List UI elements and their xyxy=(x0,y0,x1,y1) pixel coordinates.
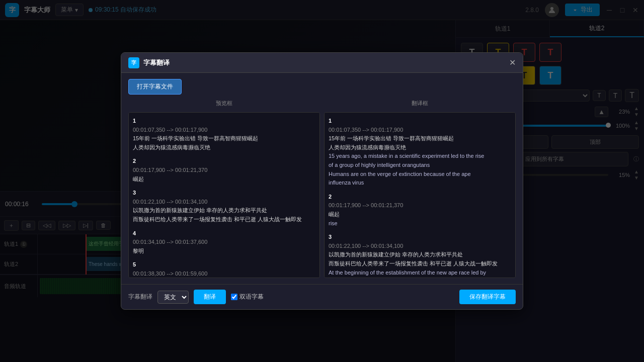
open-file-btn[interactable]: 打开字幕文件 xyxy=(128,79,182,95)
dialog-footer: 字幕翻译 英文 翻译 双语字幕 保存翻译字幕 xyxy=(121,284,523,309)
dialog-title: 字幕翻译 xyxy=(143,58,170,67)
preview-entry-1: 1 00:01:07,350 --> 00:01:17,900 15年前 一场科… xyxy=(133,117,315,152)
bilingual-checkbox[interactable] xyxy=(231,294,237,300)
dialog-panels: 1 00:01:07,350 --> 00:01:17,900 15年前 一场科… xyxy=(128,112,516,278)
preview-entry-2: 2 00:01:17,900 --> 00:01:21,370 崛起 xyxy=(133,157,315,184)
lang-select[interactable]: 英文 xyxy=(157,291,189,304)
preview-entry-4: 4 00:01:34,100 --> 00:01:37,600 黎明 xyxy=(133,229,315,256)
translate-entry-2: 2 00:01:17,900 --> 00:01:21,370 崛起 rise xyxy=(329,193,511,228)
panel-labels: 预览框 翻译框 xyxy=(128,100,516,107)
footer-lang-label: 字幕翻译 xyxy=(128,293,152,301)
dialog-logo: 字 xyxy=(128,57,139,68)
dialog-close-btn[interactable]: ✕ xyxy=(509,58,516,67)
bilingual-checkbox-label[interactable]: 双语字幕 xyxy=(231,293,264,301)
subtitle-translate-dialog: 字 字幕翻译 ✕ 打开字幕文件 预览框 翻译框 1 00:01:07,350 -… xyxy=(121,52,523,310)
preview-label: 预览框 xyxy=(128,100,320,107)
translate-label: 翻译框 xyxy=(324,100,516,107)
translate-entry-3: 3 00:01:22,100 --> 00:01:34,100 以凯撒为首的新猿… xyxy=(329,233,511,278)
preview-entry-3: 3 00:01:22,100 --> 00:01:34,100 以凯撒为首的新猿… xyxy=(133,189,315,224)
translate-panel[interactable]: 1 00:01:07,350 --> 00:01:17,900 15年前 一场科… xyxy=(324,112,516,278)
modal-overlay: 字 字幕翻译 ✕ 打开字幕文件 预览框 翻译框 1 00:01:07,350 -… xyxy=(0,0,644,362)
translate-btn[interactable]: 翻译 xyxy=(194,290,226,304)
save-translate-btn[interactable]: 保存翻译字幕 xyxy=(459,290,516,304)
preview-entry-5: 5 00:01:38,300 --> 00:01:59,600 幸存之人向北部军… xyxy=(133,260,315,278)
dialog-header: 字 字幕翻译 ✕ xyxy=(121,53,523,73)
translate-entry-1: 1 00:01:07,350 --> 00:01:17,900 15年前 一场科… xyxy=(329,117,511,188)
preview-panel[interactable]: 1 00:01:07,350 --> 00:01:17,900 15年前 一场科… xyxy=(128,112,320,278)
dialog-body: 打开字幕文件 预览框 翻译框 1 00:01:07,350 --> 00:01:… xyxy=(121,73,523,284)
